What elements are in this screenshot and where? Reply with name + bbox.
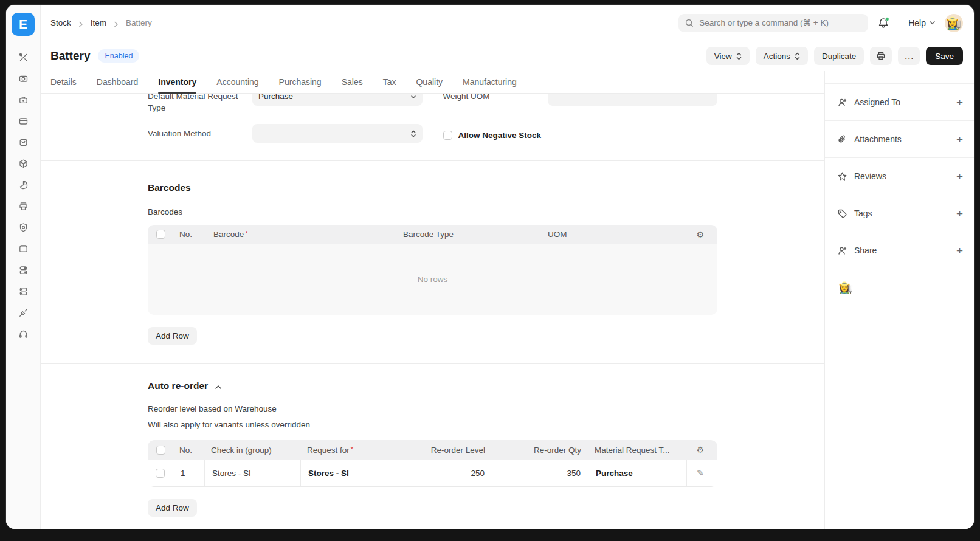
sidebar-item-attachments[interactable]: Attachments (825, 121, 974, 158)
tab-dashboard[interactable]: Dashboard (97, 71, 139, 93)
table-settings-gear-icon[interactable] (696, 230, 704, 239)
sidebar-item-reviews[interactable]: Reviews (825, 158, 974, 195)
col-check-in-group: Check in (group) (205, 446, 301, 455)
tab-purchasing[interactable]: Purchasing (279, 71, 322, 93)
cell-check-in-group[interactable]: Stores - SI (205, 460, 301, 486)
auto-reorder-section: Auto re-order Reorder level based on War… (41, 364, 824, 517)
page-title: Battery (50, 49, 90, 63)
search-icon (685, 19, 694, 27)
chevron-down-icon (929, 19, 936, 26)
barcodes-heading: Barcodes (148, 182, 717, 193)
help-menu[interactable]: Help (908, 18, 936, 28)
select-all-checkbox[interactable] (156, 446, 165, 455)
global-search[interactable] (678, 14, 868, 32)
allow-negative-stock-label: Allow Negative Stock (458, 131, 542, 140)
required-marker: * (245, 230, 247, 237)
edit-row-pencil-icon[interactable] (697, 468, 704, 478)
barcodes-add-row-button[interactable]: Add Row (148, 327, 197, 345)
add-attachment-button[interactable] (956, 134, 963, 145)
chevron-down-icon (410, 94, 416, 101)
cell-reorder-qty[interactable]: 350 (492, 460, 588, 486)
user-avatar[interactable]: 👩‍🌾 (945, 14, 963, 32)
weight-uom-label: Weight UOM (443, 94, 548, 114)
valuation-method-select[interactable] (252, 124, 423, 143)
form-tabs: Details Dashboard Inventory Accounting P… (41, 71, 824, 94)
plug-icon[interactable] (18, 308, 29, 318)
select-all-checkbox[interactable] (156, 230, 165, 239)
add-review-button[interactable] (956, 171, 963, 182)
shield-icon[interactable] (18, 222, 29, 233)
breadcrumb-item[interactable]: Item (91, 18, 106, 27)
default-material-request-type-label: Default Material Request Type (148, 94, 252, 114)
user-share-icon (837, 246, 847, 256)
sidebar-item-tags[interactable]: Tags (825, 195, 974, 232)
tab-sales[interactable]: Sales (342, 71, 363, 93)
tab-inventory[interactable]: Inventory (158, 71, 196, 93)
breadcrumb-stock[interactable]: Stock (50, 18, 71, 27)
barcodes-empty-state: No rows (148, 244, 717, 315)
top-bar: Stock Item Battery Help (41, 5, 974, 41)
help-label: Help (908, 18, 926, 28)
toolbox-icon[interactable] (18, 95, 29, 105)
sidebar-spacer (825, 71, 974, 84)
col-reorder-level: Re-order Level (398, 446, 492, 455)
sidebar-item-assigned-to[interactable]: Assigned To (825, 84, 974, 121)
tab-details[interactable]: Details (50, 71, 77, 93)
collapse-section-icon[interactable] (215, 382, 222, 390)
actions-button[interactable]: Actions (756, 47, 808, 65)
col-barcode-type: Barcode Type (397, 230, 542, 239)
default-material-request-type-select[interactable]: Purchase (252, 94, 423, 106)
tab-tax[interactable]: Tax (383, 71, 396, 93)
tab-manufacturing[interactable]: Manufacturing (463, 71, 517, 93)
allow-negative-stock-checkbox[interactable] (443, 131, 452, 140)
tab-accounting[interactable]: Accounting (216, 71, 258, 93)
notifications-bell-icon[interactable] (877, 17, 889, 29)
table-settings-gear-icon[interactable] (696, 446, 704, 454)
search-input[interactable] (699, 18, 861, 27)
headset-icon[interactable] (18, 329, 29, 339)
col-reorder-qty: Re-order Qty (492, 446, 588, 455)
view-button[interactable]: View (706, 47, 750, 65)
auto-reorder-heading: Auto re-order (148, 381, 208, 391)
cell-no[interactable]: 1 (173, 460, 205, 486)
cell-request-for[interactable]: Stores - SI (301, 460, 398, 486)
user-plus-icon (837, 97, 847, 108)
add-tag-button[interactable] (956, 208, 963, 219)
stack-icon[interactable] (18, 265, 29, 275)
row-checkbox[interactable] (156, 469, 165, 478)
add-share-button[interactable] (956, 245, 963, 257)
package-icon[interactable] (18, 159, 29, 169)
print-button[interactable] (870, 47, 892, 65)
duplicate-button[interactable]: Duplicate (814, 47, 864, 65)
more-options-button[interactable] (898, 47, 920, 65)
save-button[interactable]: Save (926, 47, 963, 65)
auto-reorder-add-row-button[interactable]: Add Row (148, 499, 197, 517)
col-barcode: Barcode* (207, 230, 397, 239)
form-scroll-area[interactable]: Default Material Request Type Purchase (41, 94, 824, 529)
shared-user-avatar[interactable]: 👩‍🌾 (837, 279, 854, 296)
col-material-request-type: Material Request T... (588, 446, 687, 455)
title-row: Battery Enabled View Actions Duplicate (41, 41, 974, 71)
tab-quality[interactable]: Quality (416, 71, 443, 93)
printer-receipt-icon[interactable] (18, 201, 29, 212)
star-icon (837, 171, 847, 182)
tools-icon[interactable] (18, 52, 29, 63)
breadcrumb: Stock Item Battery (50, 18, 152, 27)
cash-register-icon[interactable] (18, 74, 29, 84)
barcodes-section: Barcodes Barcodes No. Barcode* Barcode T… (41, 161, 824, 364)
shopping-bag-icon[interactable] (18, 137, 29, 148)
pie-chart-icon[interactable] (18, 180, 29, 190)
erpnext-logo[interactable]: E (12, 13, 35, 36)
weight-uom-input[interactable] (548, 94, 718, 106)
up-down-chevron-icon (736, 52, 742, 60)
sidebar-item-share[interactable]: Share (825, 232, 974, 269)
cell-material-request-type[interactable]: Purchase (588, 460, 687, 486)
layers-icon[interactable] (18, 286, 29, 297)
cell-reorder-level[interactable]: 250 (398, 460, 492, 486)
col-request-for: Request for* (301, 446, 398, 455)
auto-reorder-description-2: Will also apply for variants unless over… (148, 420, 717, 429)
drawer-icon[interactable] (18, 244, 29, 254)
add-assignment-button[interactable] (956, 97, 963, 108)
breadcrumb-battery: Battery (126, 18, 152, 27)
card-icon[interactable] (18, 116, 29, 126)
